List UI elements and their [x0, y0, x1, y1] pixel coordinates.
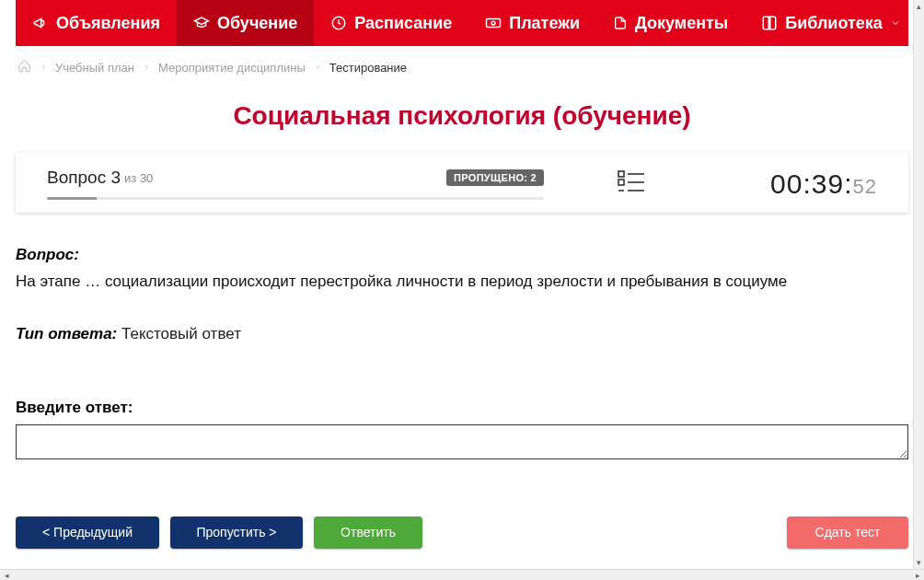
- of-word: из: [124, 171, 136, 185]
- nav-payments[interactable]: Платежи: [468, 0, 596, 46]
- home-icon[interactable]: [17, 59, 31, 75]
- skipped-badge: ПРОПУЩЕНО: 2: [446, 169, 544, 186]
- answer-input-label: Введите ответ:: [16, 399, 908, 417]
- question-counter-row: Вопрос 3 из 30 ПРОПУЩЕНО: 2: [47, 168, 544, 188]
- answer-type-value: Текстовый ответ: [121, 325, 241, 342]
- breadcrumb: Учебный план Мероприятие дисциплины Тест…: [16, 46, 908, 85]
- breadcrumb-discipline-event[interactable]: Мероприятие дисциплины: [158, 61, 306, 75]
- svg-rect-3: [618, 171, 624, 177]
- progress-fill: [47, 197, 97, 200]
- scroll-left-icon: ◂: [0, 571, 13, 580]
- question-number-value: 3: [110, 168, 121, 187]
- nav-label: Библиотека: [785, 14, 883, 33]
- nav-label: Платежи: [509, 14, 580, 33]
- skipped-label: ПРОПУЩЕНО:: [454, 172, 527, 183]
- document-icon: [613, 15, 628, 31]
- answer-type-label: Тип ответа:: [16, 325, 117, 342]
- test-status-bar: Вопрос 3 из 30 ПРОПУЩЕНО: 2: [16, 153, 908, 213]
- skipped-count: 2: [531, 172, 537, 183]
- question-label: Вопрос:: [16, 246, 908, 264]
- timer: 00:39:52: [770, 168, 877, 200]
- breadcrumb-study-plan[interactable]: Учебный план: [55, 61, 134, 75]
- nav-label: Расписание: [354, 14, 452, 33]
- nav-label: Обучение: [217, 14, 297, 33]
- question-text: На этапе … социализации происходит перес…: [16, 270, 908, 294]
- timer-seconds: 52: [853, 175, 877, 199]
- nav-education[interactable]: Обучение: [177, 0, 314, 46]
- timer-minutes: 00:39:: [770, 168, 852, 200]
- question-number: Вопрос 3: [47, 168, 121, 188]
- svg-point-2: [491, 21, 495, 25]
- nav-label: Документы: [635, 14, 728, 33]
- answer-type-row: Тип ответа: Текстовый ответ: [16, 325, 908, 343]
- submit-test-button[interactable]: Сдать тест: [787, 516, 908, 549]
- megaphone-icon: [32, 15, 49, 31]
- question-body: Вопрос: На этапе … социализации происход…: [16, 213, 908, 567]
- button-row: < Предыдущий Пропустить > Ответить Сдать…: [16, 516, 908, 567]
- scroll-right-icon: ▸: [911, 571, 924, 580]
- list-icon: [618, 169, 645, 195]
- grad-cap-icon: [193, 15, 210, 31]
- scroll-up-icon: ▴: [917, 0, 921, 13]
- skip-button[interactable]: Пропустить >: [170, 516, 303, 549]
- page-title: Социальная психология (обучение): [16, 101, 908, 131]
- chevron-right-icon: [142, 63, 151, 72]
- clock-icon: [330, 15, 347, 31]
- horizontal-scrollbar[interactable]: ◂ ▸: [0, 569, 924, 580]
- prev-button[interactable]: < Предыдущий: [16, 516, 159, 549]
- total-value: 30: [140, 171, 153, 185]
- nav-schedule[interactable]: Расписание: [314, 0, 468, 46]
- payment-icon: [485, 15, 502, 31]
- progress-bar: [47, 197, 544, 200]
- nav-announcements[interactable]: Объявления: [16, 0, 177, 46]
- chevron-right-icon: [39, 63, 48, 72]
- nav-documents[interactable]: Документы: [596, 0, 745, 46]
- nav-label: Объявления: [56, 14, 160, 33]
- status-left: Вопрос 3 из 30 ПРОПУЩЕНО: 2: [47, 168, 544, 200]
- breadcrumb-testing: Тестирование: [329, 61, 407, 75]
- question-total: из 30: [124, 171, 153, 185]
- vertical-scrollbar[interactable]: ▴ ▾: [913, 0, 924, 569]
- chevron-right-icon: [313, 63, 322, 72]
- question-list-button[interactable]: [618, 169, 645, 199]
- top-nav: Объявления Обучение Расписание Платежи Д…: [16, 0, 908, 46]
- svg-rect-1: [487, 19, 501, 28]
- book-icon: [761, 15, 778, 31]
- question-word: Вопрос: [47, 168, 106, 187]
- chevron-down-icon: [890, 17, 901, 29]
- scroll-down-icon: ▾: [917, 556, 921, 569]
- svg-rect-5: [618, 180, 624, 185]
- answer-button[interactable]: Ответить: [314, 516, 422, 549]
- nav-library[interactable]: Библиотека: [745, 0, 918, 46]
- answer-input[interactable]: [16, 424, 908, 459]
